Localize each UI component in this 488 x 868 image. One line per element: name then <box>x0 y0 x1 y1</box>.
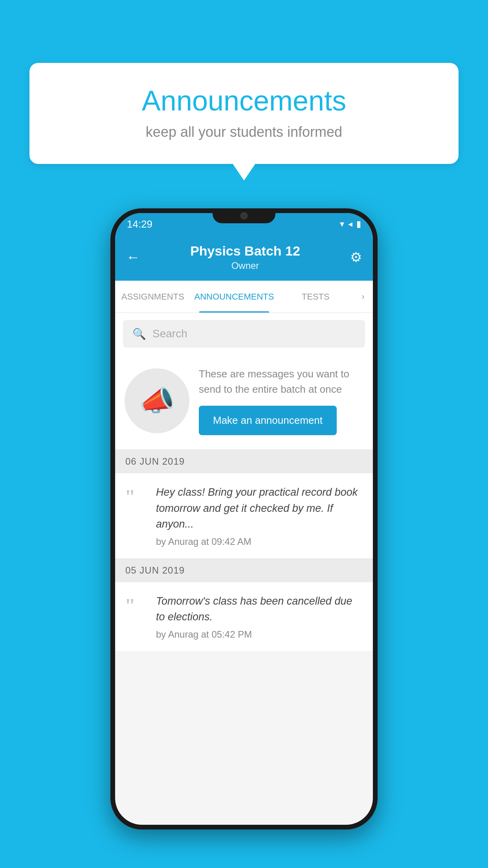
announcement-content-2: Tomorrow's class has been cancelled due … <box>156 593 363 640</box>
tabs-container: ASSIGNMENTS ANNOUNCEMENTS TESTS › <box>115 281 373 313</box>
promo-icon-circle: 📣 <box>125 368 189 433</box>
search-placeholder-text: Search <box>152 327 187 340</box>
wifi-icon: ▾ <box>340 219 344 229</box>
date-separator-2: 05 JUN 2019 <box>115 559 373 582</box>
header-subtitle: Owner <box>190 260 300 271</box>
phone-notch <box>213 208 275 223</box>
speech-bubble-title: Announcements <box>53 85 435 117</box>
header-title: Physics Batch 12 <box>190 243 300 259</box>
announcement-text-2: Tomorrow's class has been cancelled due … <box>156 593 363 625</box>
announcement-item-2[interactable]: " Tomorrow's class has been cancelled du… <box>115 582 373 651</box>
tab-more[interactable]: › <box>353 292 373 302</box>
battery-icon: ▮ <box>356 219 361 229</box>
phone-outer: 14:29 ▾ ◂ ▮ ← Physics Batch 12 Owner ⚙ <box>110 208 378 829</box>
announcement-promo-card: 📣 These are messages you want to send to… <box>115 355 373 450</box>
phone-mockup: 14:29 ▾ ◂ ▮ ← Physics Batch 12 Owner ⚙ <box>110 208 378 829</box>
promo-description: These are messages you want to send to t… <box>199 366 363 397</box>
back-button[interactable]: ← <box>126 249 140 265</box>
date-separator-1: 06 JUN 2019 <box>115 450 373 473</box>
quote-icon-2: " <box>125 596 148 615</box>
status-icons: ▾ ◂ ▮ <box>340 219 361 229</box>
announcement-content-1: Hey class! Bring your practical record b… <box>156 484 363 547</box>
settings-icon[interactable]: ⚙ <box>350 249 362 265</box>
tab-assignments[interactable]: ASSIGNMENTS <box>115 281 191 313</box>
signal-icon: ◂ <box>348 219 352 229</box>
make-announcement-button[interactable]: Make an announcement <box>199 406 337 435</box>
front-camera <box>240 212 248 219</box>
announcement-text-1: Hey class! Bring your practical record b… <box>156 484 363 532</box>
status-time: 14:29 <box>127 218 152 230</box>
announcement-meta-1: by Anurag at 09:42 AM <box>156 536 363 547</box>
speech-bubble-subtitle: keep all your students informed <box>53 124 435 140</box>
announcement-item-1[interactable]: " Hey class! Bring your practical record… <box>115 473 373 559</box>
quote-icon-1: " <box>125 487 148 506</box>
search-icon: 🔍 <box>132 327 146 340</box>
search-container: 🔍 Search <box>115 313 373 355</box>
search-bar[interactable]: 🔍 Search <box>123 320 365 348</box>
header-title-group: Physics Batch 12 Owner <box>190 243 300 271</box>
phone-screen: 14:29 ▾ ◂ ▮ ← Physics Batch 12 Owner ⚙ <box>115 213 373 825</box>
megaphone-icon: 📣 <box>139 384 175 417</box>
promo-content: These are messages you want to send to t… <box>199 366 363 435</box>
app-header: ← Physics Batch 12 Owner ⚙ <box>115 234 373 281</box>
tab-announcements[interactable]: ANNOUNCEMENTS <box>191 281 278 313</box>
announcement-meta-2: by Anurag at 05:42 PM <box>156 629 363 640</box>
tab-tests[interactable]: TESTS <box>278 281 353 313</box>
speech-bubble: Announcements keep all your students inf… <box>29 63 459 164</box>
speech-bubble-section: Announcements keep all your students inf… <box>29 63 459 164</box>
